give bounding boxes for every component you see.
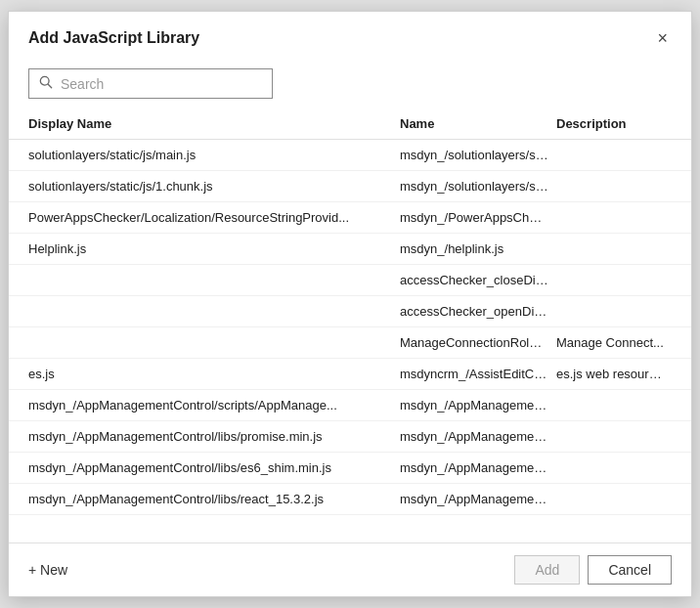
table-row[interactable]: ManageConnectionRoles...Manage Connect..… [9, 327, 691, 359]
table-cell-name: accessChecker_closeDialo... [400, 265, 556, 295]
table-cell-display-name [28, 296, 400, 326]
dialog-title: Add JavaScript Library [28, 29, 199, 47]
table-cell-name: msdyn_/solutionlayers/sta... [400, 140, 556, 170]
table-cell-name: msdyn_/AppManagement... [400, 453, 556, 483]
dialog-footer: + New Add Cancel [9, 543, 691, 596]
table-body: solutionlayers/static/js/main.jsmsdyn_/s… [9, 140, 691, 543]
search-box [28, 68, 273, 99]
table-cell-display-name: solutionlayers/static/js/1.chunk.js [28, 171, 400, 201]
table-cell-display-name [28, 265, 400, 295]
table-cell-name: msdyn_/AppManagement... [400, 390, 556, 420]
search-icon [39, 75, 53, 92]
search-input[interactable] [61, 76, 262, 92]
table-cell-display-name: solutionlayers/static/js/main.js [28, 140, 400, 170]
table-cell-description [556, 484, 672, 514]
table-cell-name: msdyn_/solutionlayers/sta... [400, 171, 556, 201]
table-row[interactable]: PowerAppsChecker/Localization/ResourceSt… [9, 202, 691, 234]
header-display-name: Display Name [28, 109, 400, 139]
table-cell-description [556, 421, 672, 452]
table-cell-description [556, 390, 672, 420]
add-button[interactable]: Add [514, 555, 580, 585]
dialog-header: Add JavaScript Library × [9, 12, 691, 59]
table-cell-name: msdyn_/AppManagement... [400, 421, 556, 452]
table-cell-display-name: msdyn_/AppManagementControl/libs/react_1… [28, 484, 400, 514]
table-cell-display-name [28, 327, 400, 358]
table-cell-description: Manage Connect... [556, 327, 672, 358]
table-row[interactable]: msdyn_/AppManagementControl/libs/react_1… [9, 484, 691, 515]
table-cell-description [556, 453, 672, 483]
table-cell-name: ManageConnectionRoles... [400, 327, 556, 358]
table-cell-description [556, 234, 672, 264]
table-row[interactable]: Helplink.jsmsdyn_/helplink.js [9, 234, 691, 265]
cancel-button[interactable]: Cancel [588, 555, 672, 585]
table-cell-description [556, 296, 672, 326]
table-row[interactable]: msdyn_/AppManagementControl/libs/promise… [9, 421, 691, 453]
table-cell-name: msdyncrm_/AssistEditCon... [400, 359, 556, 389]
table-cell-display-name: msdyn_/AppManagementControl/libs/es6_shi… [28, 453, 400, 483]
table-container: Display Name Name Description solutionla… [9, 109, 691, 543]
header-name: Name [400, 109, 556, 139]
table-row[interactable]: msdyn_/AppManagementControl/libs/es6_shi… [9, 453, 691, 484]
footer-buttons: Add Cancel [514, 555, 672, 585]
table-row[interactable]: accessChecker_closeDialo... [9, 265, 691, 296]
table-cell-name: msdyn_/AppManagement... [400, 484, 556, 514]
table-cell-display-name: msdyn_/AppManagementControl/libs/promise… [28, 421, 400, 452]
new-button[interactable]: + New [28, 562, 67, 578]
table-cell-display-name: PowerAppsChecker/Localization/ResourceSt… [28, 202, 400, 233]
table-cell-display-name: msdyn_/AppManagementControl/scripts/AppM… [28, 390, 400, 420]
table-header: Display Name Name Description [9, 109, 691, 140]
table-cell-name: msdyn_/PowerAppsCheck... [400, 202, 556, 233]
table-cell-description [556, 202, 672, 233]
table-cell-display-name: es.js [28, 359, 400, 389]
table-cell-display-name: Helplink.js [28, 234, 400, 264]
table-cell-name: accessChecker_openDialo... [400, 296, 556, 326]
table-row[interactable]: solutionlayers/static/js/main.jsmsdyn_/s… [9, 140, 691, 171]
search-container [9, 59, 691, 109]
table-cell-description [556, 171, 672, 201]
svg-line-1 [48, 84, 52, 88]
header-description: Description [556, 109, 672, 139]
table-cell-description [556, 140, 672, 170]
table-row[interactable]: solutionlayers/static/js/1.chunk.jsmsdyn… [9, 171, 691, 202]
table-row[interactable]: msdyn_/AppManagementControl/scripts/AppM… [9, 390, 691, 421]
table-cell-description: es.js web resource. [556, 359, 672, 389]
table-row[interactable]: accessChecker_openDialo... [9, 296, 691, 327]
close-button[interactable]: × [653, 27, 672, 49]
table-cell-name: msdyn_/helplink.js [400, 234, 556, 264]
table-cell-description [556, 265, 672, 295]
table-row[interactable]: es.jsmsdyncrm_/AssistEditCon...es.js web… [9, 359, 691, 390]
add-js-library-dialog: Add JavaScript Library × Display Name Na… [8, 11, 692, 597]
